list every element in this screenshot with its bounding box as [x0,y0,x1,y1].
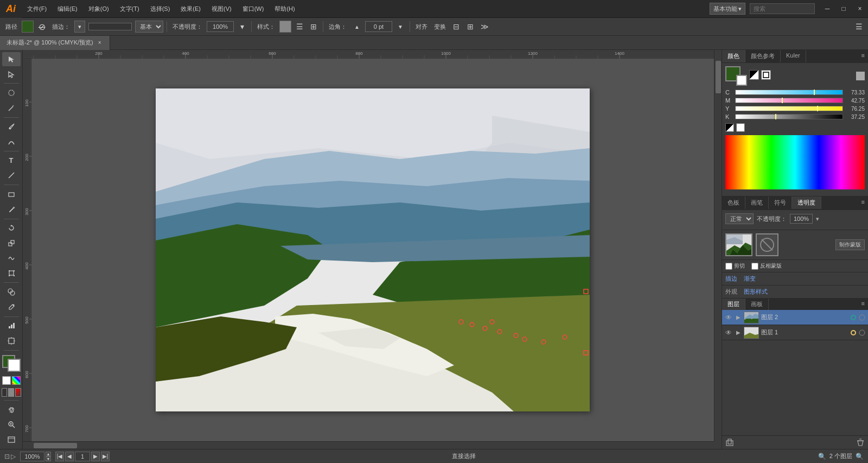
maximize-button[interactable]: □ [835,0,852,18]
color-stroke-icon[interactable] [761,70,771,80]
artboards-tab[interactable]: 画板 [745,299,769,310]
type-tool[interactable]: T [2,154,21,168]
zoom-input[interactable] [20,452,44,461]
fill-swatch[interactable] [22,21,34,33]
color-fill-icon[interactable] [749,70,759,80]
menu-help[interactable]: 帮助(H) [269,0,300,18]
first-page-btn[interactable]: |◀ [55,452,64,461]
channel-c-slider[interactable] [735,90,843,95]
menu-edit[interactable]: 编辑(E) [52,0,83,18]
panel-options-btn[interactable]: ≡ [858,50,868,62]
zoom-down-btn[interactable]: ▼ [46,456,51,461]
layer-2-lock-icon[interactable] [858,314,866,321]
last-page-btn[interactable]: ▶| [101,452,110,461]
stroke-selector[interactable]: ▾ [74,21,85,33]
layer-2-visibility[interactable]: 👁 [724,313,733,322]
channel-k-slider[interactable] [735,114,843,119]
page-number-input[interactable] [75,452,90,461]
status-icon-1[interactable]: ⊡ [4,453,10,460]
color-gradient-picker[interactable] [725,135,865,189]
layers-tab[interactable]: 图层 [722,299,745,310]
stroke-dropdown[interactable]: 基本 [135,21,163,33]
no-stroke-icon[interactable]: ⊘ [36,21,48,33]
line-tool[interactable] [2,169,21,183]
more-icon[interactable]: ≫ [478,21,490,33]
invert-mask-label[interactable]: 反相蒙版 [751,262,782,270]
tab-swatches[interactable]: 色板 [722,196,745,209]
warp-tool[interactable] [2,251,21,265]
tab-transparency[interactable]: 透明度 [792,196,821,209]
style-swatch[interactable] [279,21,291,33]
opacity-arrow[interactable]: ▾ [816,215,819,223]
zoom-tool[interactable] [2,418,21,432]
opacity-input[interactable] [790,214,813,224]
make-mask-button[interactable]: 制作蒙版 [835,239,865,250]
layer-1-visibility[interactable]: 👁 [724,328,733,337]
vertical-scrollbar[interactable] [714,50,722,441]
tab-color-reference[interactable]: 颜色参考 [745,50,781,62]
color-icon[interactable] [12,376,21,385]
zoom-up-btn[interactable]: ▲ [46,452,51,456]
new-layer-btn[interactable] [725,438,734,447]
status-right-icon[interactable]: 🔍 [856,453,864,460]
menu-file[interactable]: 文件(F) [22,0,52,18]
white-swatch[interactable] [736,123,745,132]
selection-tool[interactable] [2,52,21,66]
graphic-styles-link[interactable]: 图形样式 [744,288,768,296]
background-swatch[interactable] [736,75,747,86]
direct-selection-tool[interactable] [2,67,21,81]
workspace-selector[interactable]: 基本功能 ▾ [710,3,745,15]
layer-1-expand[interactable]: ▶ [735,329,742,336]
stroke-link[interactable]: 描边 [725,275,737,283]
status-search-icon[interactable]: 🔍 [818,453,826,460]
pencil-tool[interactable] [2,202,21,217]
horizontal-scrollbar[interactable] [23,441,714,449]
black-white-swatch[interactable] [725,123,734,132]
layer-1-lock-icon[interactable] [858,329,866,337]
tab-color[interactable]: 颜色 [722,50,745,62]
close-button[interactable]: × [852,0,868,18]
style-menu-icon[interactable]: ☰ [293,21,305,33]
artboard-tool[interactable] [2,334,21,348]
invert-mask-checkbox[interactable] [751,263,758,270]
trans-panel-options[interactable]: ≡ [858,196,868,209]
pattern-icon[interactable] [15,388,21,397]
clip-checkbox[interactable] [725,263,732,270]
channel-m-slider[interactable] [735,98,843,103]
eyedropper-tool[interactable] [2,300,21,314]
lasso-tool[interactable] [2,86,21,100]
style-options-icon[interactable]: ⊞ [308,21,320,33]
opacity-arrow-icon[interactable]: ▾ [236,21,248,33]
opacity-input[interactable] [207,21,234,32]
color-spectrum-icon[interactable] [856,72,865,80]
layer-item-2[interactable]: 👁 ▶ 图层 2 [722,310,868,325]
menu-text[interactable]: 文字(T) [114,0,145,18]
layer-item-1[interactable]: 👁 ▶ 图层 1 [722,325,868,340]
curvature-tool[interactable] [2,135,21,149]
clip-checkbox-label[interactable]: 剪切 [725,262,745,270]
next-page-btn[interactable]: ▶ [91,452,100,461]
graph-tool[interactable] [2,319,21,333]
magic-wand-tool[interactable] [2,101,21,115]
tab-brushes[interactable]: 画笔 [745,196,769,209]
mask-icon[interactable] [756,233,778,256]
layers-panel-options[interactable]: ≡ [858,299,868,310]
gradient-link[interactable]: 渐变 [744,275,756,283]
menu-effect[interactable]: 效果(E) [175,0,206,18]
menu-view[interactable]: 视图(V) [206,0,237,18]
pen-tool[interactable] [2,120,21,134]
tab-kuler[interactable]: Kuler [781,50,806,62]
rect-tool[interactable] [2,187,21,201]
free-transform-tool[interactable] [2,267,21,281]
hand-tool[interactable] [2,403,21,417]
align-icon[interactable]: ⊟ [450,21,462,33]
rotate-tool[interactable] [2,221,21,235]
layer-thumbnail[interactable] [725,233,752,256]
doc-tab-close[interactable]: × [97,40,103,46]
blend-mode-select[interactable]: 正常 [725,213,754,224]
background-color[interactable] [8,359,21,372]
delete-layer-btn[interactable] [856,438,865,447]
shape-builder-tool[interactable] [2,285,21,299]
prev-page-btn[interactable]: ◀ [65,452,74,461]
corner-up-icon[interactable]: ▲ [351,21,363,33]
